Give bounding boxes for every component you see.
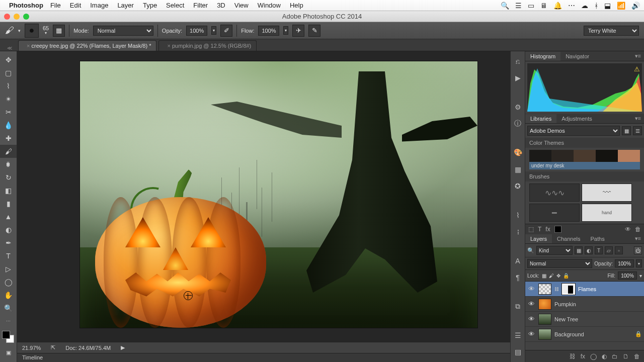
panel-menu-icon[interactable]: ▾≡	[632, 235, 644, 242]
layer-blend-select[interactable]: Normal	[527, 259, 592, 268]
layer-fill-input[interactable]	[618, 272, 637, 280]
move-tool[interactable]: ✥	[0, 53, 17, 66]
filter-type-icon[interactable]: T	[595, 246, 603, 254]
visibility-toggle[interactable]: 👁	[527, 315, 535, 323]
layer-thumb[interactable]	[538, 299, 551, 310]
gradient-tool[interactable]: ▮	[0, 197, 17, 210]
shape-tool[interactable]: ◯	[0, 276, 17, 289]
pressure-opacity-icon[interactable]: ✐	[220, 25, 232, 37]
menu-select[interactable]: Select	[166, 2, 184, 9]
clone-panel-icon[interactable]: ⧉	[513, 302, 523, 312]
stamp-tool[interactable]: ⧯	[0, 158, 17, 171]
new-layer-icon[interactable]: 🗋	[623, 353, 629, 360]
close-window-button[interactable]	[4, 14, 10, 20]
brushpresets-panel-icon[interactable]: ⌇	[513, 210, 523, 220]
type-tool[interactable]: T	[0, 249, 17, 262]
app-name[interactable]: Photoshop	[9, 2, 43, 9]
layer-thumb[interactable]	[538, 314, 551, 325]
menu-extras-icon[interactable]: ☰	[515, 2, 522, 10]
opacity-drop-icon[interactable]: ▾	[636, 259, 642, 267]
quickmask-icon[interactable]: ▣	[0, 346, 17, 359]
flow-input[interactable]	[258, 26, 279, 36]
paragraph-panel-icon[interactable]: ¶	[513, 273, 523, 283]
brushsettings-panel-icon[interactable]: ⫶	[513, 227, 523, 237]
layer-new-tree[interactable]: 👁 New Tree	[525, 312, 644, 327]
visibility-toggle[interactable]: 👁	[527, 330, 535, 338]
filter-toggle[interactable]: ⏻	[634, 246, 642, 254]
menu-view[interactable]: View	[234, 2, 249, 9]
toggle-brush-panel-icon[interactable]: ▦	[53, 25, 65, 37]
tab-scroll-icon[interactable]: ≪	[7, 43, 12, 51]
lib-add-style-icon[interactable]: fx	[545, 226, 550, 233]
library-select[interactable]: Adobe Demos	[527, 126, 620, 136]
menu-3d[interactable]: 3D	[217, 2, 225, 9]
spotlight-icon[interactable]: 🔍	[501, 2, 509, 10]
export-icon[interactable]: ⇱	[51, 344, 55, 351]
group-icon[interactable]: 🗀	[612, 353, 618, 360]
tab-adjustments[interactable]: Adjustments	[556, 114, 597, 123]
blur-tool[interactable]: ▲	[0, 210, 17, 223]
layer-flames[interactable]: 👁 ⛓ Flames	[525, 282, 644, 297]
menu-window[interactable]: Window	[258, 2, 281, 9]
grid-view-icon[interactable]: ▦	[622, 126, 631, 135]
swatches-panel-icon[interactable]: ▦	[513, 164, 523, 174]
crop-tool[interactable]: ✂	[0, 106, 17, 119]
history-brush-tool[interactable]: ↻	[0, 171, 17, 184]
trash-icon[interactable]: 🗑	[634, 353, 640, 360]
layer-background[interactable]: 👁 Background 🔒	[525, 327, 644, 342]
layer-filter-kind[interactable]: Kind	[536, 246, 573, 255]
volume-icon[interactable]: 🔊	[631, 2, 640, 10]
eyedropper-tool[interactable]: 💧	[0, 119, 17, 132]
filter-adjust-icon[interactable]: ◐	[585, 246, 593, 254]
menu-help[interactable]: Help	[290, 2, 303, 9]
cloud-icon[interactable]: ☁	[581, 2, 588, 10]
pressure-size-icon[interactable]: ✎	[308, 25, 320, 37]
marquee-tool[interactable]: ▢	[0, 66, 17, 79]
add-mask-icon[interactable]: ◯	[590, 353, 597, 360]
lock-all-icon[interactable]: 🔒	[563, 273, 569, 279]
healing-tool[interactable]: ✚	[0, 132, 17, 145]
workspace-select[interactable]: Terry White	[584, 26, 639, 36]
layer-fx-icon[interactable]: fx	[581, 353, 585, 360]
zoom-level[interactable]: 21.97%	[22, 345, 41, 351]
filter-shape-icon[interactable]: ▱	[605, 246, 613, 254]
layer-mask-thumb[interactable]	[562, 284, 575, 295]
pen-tool[interactable]: ✒	[0, 236, 17, 249]
minimize-window-button[interactable]	[14, 14, 20, 20]
zoom-tool[interactable]: 🔍	[0, 302, 17, 315]
lib-add-text-icon[interactable]: T	[538, 226, 541, 233]
visibility-toggle[interactable]: 👁	[527, 300, 535, 308]
tab-channels[interactable]: Channels	[552, 234, 585, 243]
lib-add-color-icon[interactable]	[554, 226, 561, 233]
airbrush-icon[interactable]: ✈	[292, 25, 304, 37]
hand-tool[interactable]: ✋	[0, 289, 17, 302]
info-panel-icon[interactable]: ⓘ	[513, 119, 523, 129]
filter-smart-icon[interactable]: ▫	[615, 246, 623, 254]
edit-toolbar[interactable]: ⋯	[0, 315, 17, 328]
actions-panel-icon[interactable]: ▶	[513, 73, 523, 83]
layers-comp-panel-icon[interactable]: ☰	[513, 330, 523, 340]
opacity-input[interactable]	[186, 26, 207, 36]
filter-pixel-icon[interactable]: ▦	[575, 246, 583, 254]
tab-layers[interactable]: Layers	[525, 234, 552, 243]
doc-size[interactable]: Doc: 24.6M/75.4M	[65, 345, 111, 351]
brush-tool-icon[interactable]: 🖌	[5, 25, 14, 36]
more-icon[interactable]: ⋯	[568, 2, 575, 10]
brush-preview[interactable]	[25, 24, 39, 38]
menu-edit[interactable]: Edit	[70, 2, 81, 9]
brush-preset-4[interactable]: hand	[582, 204, 632, 222]
adjustment-layer-icon[interactable]: ◐	[602, 353, 607, 360]
eraser-tool[interactable]: ◧	[0, 184, 17, 197]
lib-cloud-icon[interactable]: 👁	[625, 226, 631, 233]
brush-preset-2[interactable]: 〰	[582, 184, 632, 202]
histogram-warning-icon[interactable]: ⚠	[634, 65, 640, 73]
menu-filter[interactable]: Filter	[193, 2, 208, 9]
mask-link-icon[interactable]: ⛓	[554, 287, 559, 292]
menu-image[interactable]: Image	[90, 2, 108, 9]
character-panel-icon[interactable]: A	[513, 256, 523, 266]
layer-thumb[interactable]	[538, 284, 551, 295]
tab-paths[interactable]: Paths	[586, 234, 610, 243]
notifications-icon[interactable]: 🔔	[553, 2, 562, 10]
tab-histogram[interactable]: Histogram	[525, 52, 560, 61]
tab-pumpkin[interactable]: × pumpkin.jpg @ 12.5% (RGB/8#)	[158, 40, 257, 51]
